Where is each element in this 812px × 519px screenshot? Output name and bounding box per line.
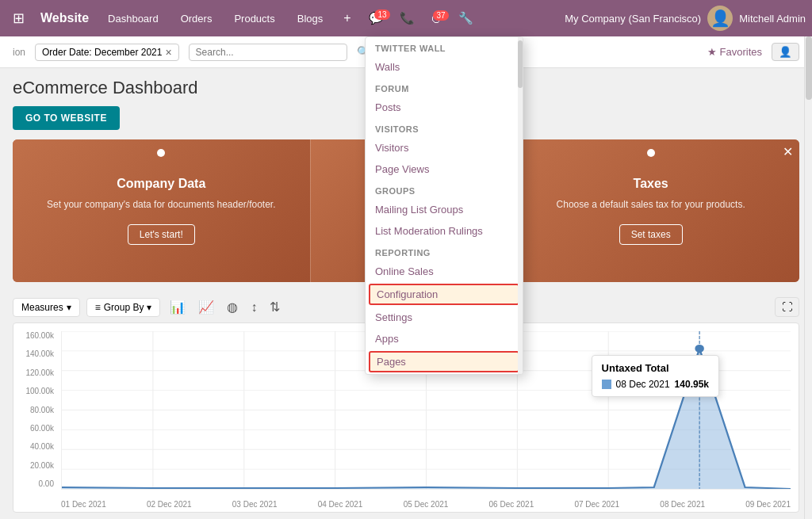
dropdown-section-twitter-wall: Twitter Wall [366,37,523,56]
sub-right: ★ Favorites [707,46,762,58]
sort-asc-icon[interactable]: ↕ [247,297,260,318]
dropdown-item-configuration[interactable]: Configuration [369,284,519,305]
tooltip-date: 08 Dec 2021 [616,379,670,390]
avatar[interactable]: 👤 [707,6,733,31]
chart-tooltip: Untaxed Total 08 Dec 2021 140.95k [592,355,719,397]
y-label-6: 40.00k [30,442,54,451]
x-label-5: 06 Dec 2021 [489,500,534,509]
filter-tag: Order Date: December 2021 × [35,44,179,61]
dropdown-item-online-sales[interactable]: Online Sales [366,261,523,282]
tools-icon[interactable]: 🔧 [452,8,480,29]
x-label-7: 08 Dec 2021 [660,500,705,509]
nav-item-dashboard[interactable]: Dashboard [98,10,168,28]
measures-label: Measures [21,302,63,313]
group-by-chevron-icon: ▾ [147,302,151,313]
x-label-8: 09 Dec 2021 [745,500,791,509]
chat-icon[interactable]: 💬13 [362,8,390,29]
favorites-button[interactable]: ★ Favorites [707,46,762,58]
dropdown-scrollbar-thumb [518,40,523,88]
dropdown-item-apps[interactable]: Apps [366,328,523,349]
measures-button[interactable]: Measures ▾ [13,298,80,317]
bar-chart-icon[interactable]: 📊 [167,296,189,318]
nav-item-orders[interactable]: Orders [171,10,222,28]
nav-item-products[interactable]: Products [224,10,284,28]
card-0-title: Company Data [117,177,205,191]
dropdown-menu: Twitter Wall Walls Forum Posts Visitors … [365,36,523,375]
card-2-button[interactable]: Set taxes [619,224,683,245]
y-label-3: 100.00k [25,387,54,395]
phone-icon[interactable]: 📞 [393,8,421,29]
y-label-5: 60.00k [30,424,54,433]
dropdown-section-visitors: Visitors [366,118,523,137]
right-scrollbar[interactable] [804,36,812,519]
top-nav: ⊞ Website Dashboard Orders Products Blog… [0,0,812,36]
x-label-4: 05 Dec 2021 [404,500,449,509]
dropdown-item-posts[interactable]: Posts [366,97,523,118]
carousel-close-icon[interactable]: ✕ [783,144,793,159]
user-label: Mitchell Admin [739,13,806,25]
right-scrollbar-thumb [806,36,812,100]
timer-badge: 37 [433,10,448,21]
group-by-icon: ≡ [95,302,101,313]
dropdown-item-page-views[interactable]: Page Views [366,158,523,180]
search-input[interactable] [189,44,347,61]
timer-icon[interactable]: ⏱37 [424,9,449,29]
area-chart-icon[interactable]: 📈 [195,296,217,318]
filter-label: Order Date: December 2021 [42,47,162,58]
tooltip-color-box [602,380,611,389]
chat-badge: 13 [374,10,389,20]
y-label-8: 0.00 [39,479,54,488]
group-by-label: Group By [104,302,144,313]
dropdown-item-pages[interactable]: Pages [369,351,519,372]
carousel-card-2: Taxes Choose a default sales tax for you… [502,139,799,282]
tooltip-value: 140.95k [675,379,709,390]
x-label-1: 02 Dec 2021 [147,500,192,509]
apps-icon[interactable]: ⊞ [6,6,31,30]
chart-y-labels: 160.00k 140.00k 120.00k 100.00k 80.00k 6… [13,331,57,488]
tooltip-title: Untaxed Total [602,362,709,374]
filter-close-icon[interactable]: × [165,46,171,59]
nav-right-section: My Company (San Francisco) 👤 Mitchell Ad… [565,6,806,31]
y-label-0: 160.00k [25,331,54,340]
measures-chevron-icon: ▾ [67,302,71,313]
dropdown-item-list-moderation-rulings[interactable]: List Moderation Rulings [366,220,523,242]
company-label: My Company (San Francisco) [565,13,701,25]
group-by-button[interactable]: ≡ Group By ▾ [86,298,161,317]
dropdown-item-settings[interactable]: Settings [366,307,523,328]
go-to-website-button[interactable]: GO TO WEBSITE [13,106,120,130]
card-2-title: Taxes [634,177,668,191]
card-0-desc: Set your company's data for documents he… [47,197,275,212]
carousel-card-0: Company Data Set your company's data for… [13,139,311,282]
pie-chart-icon[interactable]: ◍ [224,296,241,318]
dropdown-item-mailing-list-groups[interactable]: Mailing List Groups [366,199,523,220]
y-label-2: 120.00k [25,368,54,377]
y-label-1: 140.00k [25,349,54,358]
tooltip-row: 08 Dec 2021 140.95k [602,379,709,390]
card-2-desc: Choose a default sales tax for your prod… [557,197,745,212]
y-label-4: 80.00k [30,406,54,414]
dropdown-scrollbar[interactable] [518,37,523,374]
x-label-0: 01 Dec 2021 [61,500,106,509]
dropdown-scroll: Twitter Wall Walls Forum Posts Visitors … [366,37,523,374]
chart-x-labels: 01 Dec 2021 02 Dec 2021 03 Dec 2021 04 D… [61,500,791,509]
nav-item-blogs[interactable]: Blogs [288,10,333,28]
group-by-label: ion [13,47,25,58]
sort-desc-icon[interactable]: ⇅ [266,296,283,318]
x-label-3: 04 Dec 2021 [318,500,363,509]
y-label-7: 20.00k [30,461,54,470]
dropdown-section-reporting: Reporting [366,242,523,261]
nav-add-button[interactable]: + [335,8,358,29]
dropdown-item-visitors[interactable]: Visitors [366,137,523,158]
dropdown-item-walls[interactable]: Walls [366,56,523,78]
brand-label: Website [34,11,95,25]
dropdown-section-groups: Groups [366,180,523,199]
expand-button[interactable]: ⛶ [775,297,799,317]
x-label-2: 03 Dec 2021 [232,500,278,509]
card-0-button[interactable]: Let's start! [128,224,195,245]
settings-button[interactable]: 👤 [772,43,799,61]
x-label-6: 07 Dec 2021 [574,500,619,509]
dropdown-section-forum: Forum [366,78,523,97]
